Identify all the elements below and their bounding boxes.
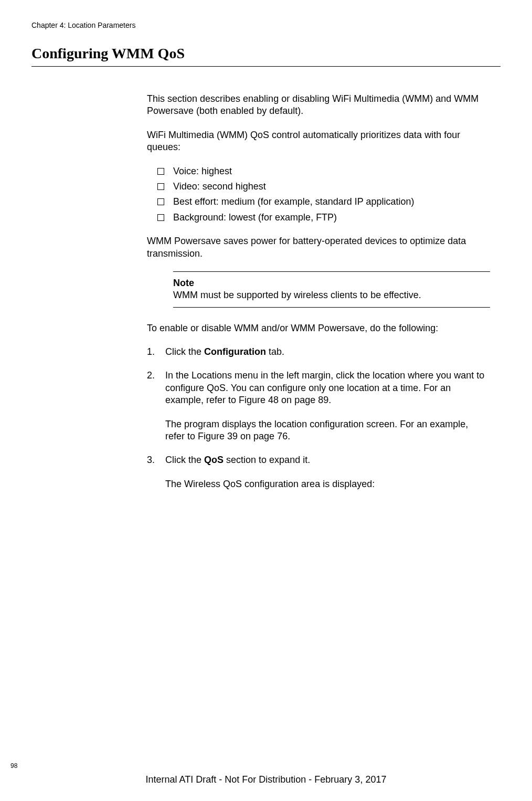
intro-paragraph-1: This section describes enabling or disab… bbox=[147, 93, 490, 118]
intro-paragraph-2: WiFi Multimedia (WMM) QoS control automa… bbox=[147, 129, 490, 154]
chapter-header: Chapter 4: Location Parameters bbox=[31, 21, 501, 29]
queue-list: Voice: highest Video: second highest Bes… bbox=[147, 165, 490, 224]
content-block: This section describes enabling or disab… bbox=[147, 93, 490, 490]
list-item: Background: lowest (for example, FTP) bbox=[147, 212, 490, 224]
step-item: Click the Configuration tab. bbox=[147, 346, 490, 358]
list-item: Voice: highest bbox=[147, 165, 490, 177]
step-item: Click the QoS section to expand it. The … bbox=[147, 454, 490, 490]
list-item: Best effort: medium (for example, standa… bbox=[147, 196, 490, 208]
step-item: In the Locations menu in the left margin… bbox=[147, 370, 490, 442]
step-text: section to expand it. bbox=[224, 455, 310, 465]
list-item: Video: second highest bbox=[147, 181, 490, 193]
step-text: tab. bbox=[266, 346, 284, 357]
step-bold: QoS bbox=[204, 455, 224, 465]
title-rule bbox=[31, 66, 501, 67]
note-title: Note bbox=[173, 277, 490, 289]
step-subtext: The program displays the location config… bbox=[165, 418, 490, 443]
step-text: Click the bbox=[165, 346, 204, 357]
page-number: 98 bbox=[10, 762, 17, 770]
step-subtext: The Wireless QoS configuration area is d… bbox=[165, 478, 490, 490]
powersave-paragraph: WMM Powersave saves power for battery-op… bbox=[147, 235, 490, 260]
step-text: Click the bbox=[165, 455, 204, 465]
step-bold: Configuration bbox=[204, 346, 266, 357]
note-box: Note WMM must be supported by wireless c… bbox=[173, 271, 490, 308]
step-text: In the Locations menu in the left margin… bbox=[165, 370, 484, 405]
instructions-paragraph: To enable or disable WMM and/or WMM Powe… bbox=[147, 322, 490, 334]
footer-text: Internal ATI Draft - Not For Distributio… bbox=[0, 774, 532, 785]
steps-list: Click the Configuration tab. In the Loca… bbox=[147, 346, 490, 490]
section-title: Configuring WMM QoS bbox=[31, 45, 501, 62]
note-text: WMM must be supported by wireless client… bbox=[173, 289, 490, 301]
